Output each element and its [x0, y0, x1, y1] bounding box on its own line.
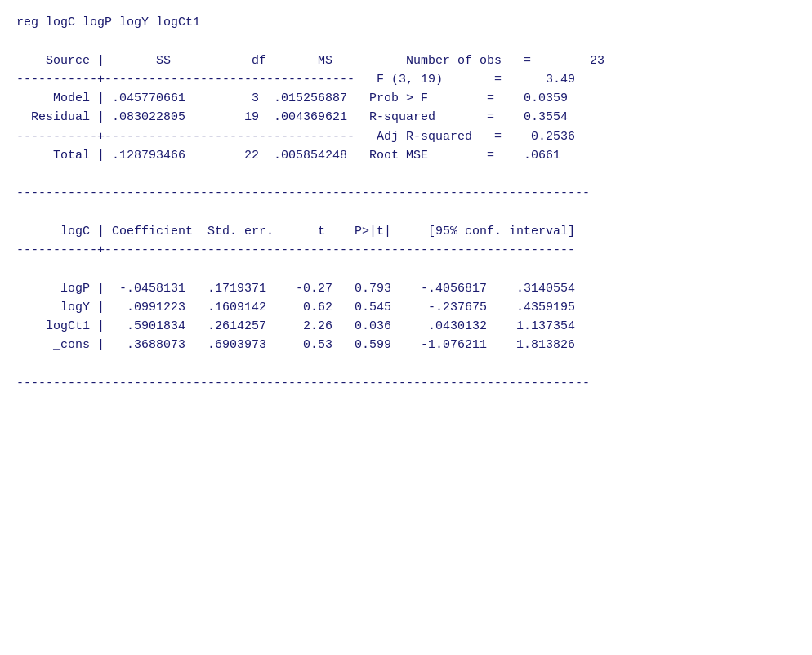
logy-row: logY | .0991223 .1609142 0.62 0.545 -.23… — [16, 301, 575, 314]
logct1-row: logCt1 | .5901834 .2614257 2.26 0.036 .0… — [16, 319, 575, 333]
coef-header: logC | Coefficient Std. err. t P>|t| [95… — [16, 225, 575, 238]
coef-divider: -----------+----------------------------… — [16, 243, 575, 257]
logp-row: logP | -.0458131 .1719371 -0.27 0.793 -.… — [16, 282, 575, 296]
residual-row: Residual | .083022805 19 .004369621 R-sq… — [16, 110, 568, 124]
bottom-divider: ----------------------------------------… — [16, 377, 590, 390]
regression-output: reg logC logP logY logCt1 Source | SS df… — [16, 13, 796, 393]
section-divider: ----------------------------------------… — [16, 186, 590, 200]
total-row: Total | .128793466 22 .005854248 Root MS… — [16, 149, 560, 163]
column-headers: Source | SS df MS Number of obs = 23 — [16, 54, 605, 68]
model-row: Model | .045770661 3 .015256887 Prob > F… — [16, 91, 568, 105]
divider-1: -----------+----------------------------… — [16, 73, 575, 87]
divider-2: -----------+----------------------------… — [16, 130, 575, 144]
cons-row: _cons | .3688073 .6903973 0.53 0.599 -1.… — [16, 338, 575, 352]
command-line: reg logC logP logY logCt1 — [16, 16, 200, 29]
